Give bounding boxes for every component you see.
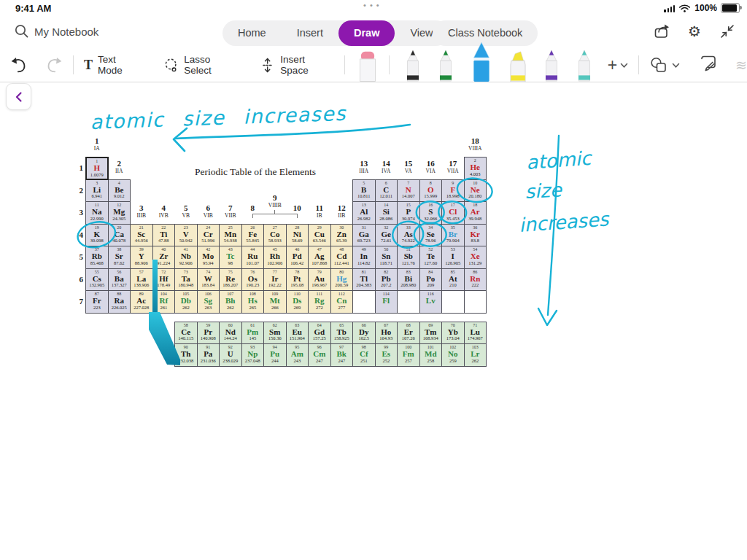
black-pen[interactable] bbox=[401, 48, 425, 82]
window-handle-dots[interactable]: • • • bbox=[363, 1, 380, 9]
tab-insert[interactable]: Insert bbox=[282, 20, 338, 46]
element-cell-C: 6C12.011 bbox=[375, 179, 398, 203]
element-cell-Ds: 110Ds269 bbox=[286, 290, 309, 314]
group-header-5: 5VB bbox=[174, 203, 198, 219]
element-cell-Al: 13Al26.982 bbox=[352, 201, 376, 225]
element-cell-H: 1H1.0079 bbox=[85, 157, 109, 180]
element-cell-Sc: 21Sc44.956 bbox=[130, 224, 153, 247]
element-cell-Am: 95Am243 bbox=[286, 343, 309, 367]
navigation-bar: My Notebook Home Insert Draw View Class … bbox=[0, 16, 747, 48]
draw-toolbar: T Text Mode Lasso Select Insert Space bbox=[0, 48, 747, 82]
clock: 9:41 AM bbox=[15, 3, 51, 14]
add-pen-button[interactable]: + bbox=[608, 57, 628, 74]
group-header-8: 8 bbox=[241, 203, 265, 212]
group-header-14: 14IVA bbox=[375, 159, 398, 174]
group-header-9: 9VIIIB bbox=[263, 193, 287, 209]
annotation-right-line1: atomic bbox=[525, 147, 593, 174]
annotation-vertical-arrowhead bbox=[538, 308, 557, 325]
element-cell-Ni: 28Ni58.69 bbox=[286, 224, 309, 247]
group-header-4: 4IVB bbox=[152, 203, 176, 219]
element-cell-Mo: 42Mo95.94 bbox=[197, 246, 220, 269]
element-cell-empty bbox=[352, 290, 376, 314]
tab-home[interactable]: Home bbox=[222, 20, 282, 46]
insert-space-button[interactable]: Insert Space bbox=[260, 54, 334, 76]
element-cell-Pa: 91Pa231.036 bbox=[197, 343, 220, 367]
element-cell-Ga: 31Ga69.723 bbox=[352, 224, 376, 247]
undo-button[interactable] bbox=[10, 57, 27, 74]
notebook-title[interactable]: My Notebook bbox=[34, 26, 98, 38]
element-cell-B: 5B10.811 bbox=[352, 179, 376, 203]
ink-to-text-icon[interactable] bbox=[699, 55, 718, 75]
share-icon[interactable] bbox=[652, 22, 671, 41]
element-cell-Er: 68Er167.26 bbox=[397, 322, 420, 345]
periodic-table-image[interactable]: Periodic Table of the Elements 1H1.00792… bbox=[85, 157, 488, 370]
period-label-2: 2 bbox=[72, 179, 83, 202]
redo-button[interactable] bbox=[46, 57, 63, 74]
pen-tools bbox=[401, 48, 596, 82]
ribbon-tabs: Home Insert Draw View bbox=[222, 20, 449, 46]
element-cell-Bk: 97Bk247 bbox=[330, 343, 354, 367]
element-cell-Fm: 100Fm257 bbox=[397, 343, 420, 367]
element-cell-Ru: 44Ru101.07 bbox=[241, 246, 265, 269]
element-cell-Th: 90Th232.038 bbox=[174, 343, 198, 367]
element-cell-Kr: 36Kr83.8 bbox=[464, 224, 487, 247]
element-cell-Re: 75Re186.207 bbox=[219, 268, 242, 292]
element-cell-Ag: 47Ag107.868 bbox=[308, 246, 331, 269]
green-pen[interactable] bbox=[434, 48, 457, 82]
element-cell-Es: 99Es252 bbox=[375, 343, 398, 367]
teal-pen[interactable] bbox=[573, 48, 596, 82]
annotation-top-text: atomic size increases bbox=[90, 102, 347, 133]
element-cell-Rb: 37Rb85.468 bbox=[85, 246, 109, 269]
element-cell-Br: 35Br79.904 bbox=[441, 224, 465, 247]
shapes-button[interactable] bbox=[649, 56, 680, 74]
collapse-ribbon-icon[interactable] bbox=[718, 22, 737, 41]
element-cell-Rn: 86Rn222 bbox=[464, 268, 487, 292]
element-cell-Ti: 22Ti47.88 bbox=[152, 224, 176, 247]
element-cell-Sn: 50Sn118.71 bbox=[375, 246, 398, 269]
tab-draw[interactable]: Draw bbox=[338, 20, 395, 46]
eraser-tool[interactable] bbox=[357, 48, 379, 82]
element-cell-Lu: 71Lu174.967 bbox=[464, 322, 487, 345]
element-cell-Mn: 25Mn54.938 bbox=[219, 224, 242, 247]
cellular-signal-icon bbox=[664, 4, 675, 12]
element-cell-Pt: 78Pt195.08 bbox=[286, 268, 309, 292]
chevron-down-icon bbox=[672, 63, 680, 69]
group-header-17: 17VIIA bbox=[441, 159, 465, 174]
text-mode-icon: T bbox=[84, 58, 93, 73]
element-cell-Ac: 89Ac227.028 bbox=[130, 290, 153, 314]
element-cell-Cn: 112Cn277 bbox=[330, 290, 354, 314]
element-cell-Eu: 63Eu151.964 bbox=[286, 322, 309, 345]
element-cell-Cl: 17Cl35.453 bbox=[441, 201, 465, 225]
element-cell-Lv: 116Lv bbox=[419, 290, 443, 314]
shapes-icon bbox=[649, 56, 669, 74]
element-cell-Ho: 67Ho164.93 bbox=[375, 322, 398, 345]
yellow-highlighter[interactable] bbox=[506, 48, 530, 82]
element-cell-Y: 39Y88.906 bbox=[130, 246, 153, 269]
blue-pen[interactable] bbox=[467, 48, 496, 82]
group-header-12: 12IIB bbox=[330, 203, 354, 219]
purple-pen[interactable] bbox=[540, 48, 563, 82]
element-cell-No: 102No259 bbox=[441, 343, 465, 367]
element-cell-Pb: 82Pb207.2 bbox=[375, 268, 398, 292]
element-cell-Si: 14Si28.086 bbox=[375, 201, 398, 225]
settings-gear-icon[interactable]: ⚙ bbox=[685, 22, 704, 41]
toolbar-divider bbox=[344, 55, 345, 74]
element-cell-V: 23V50.942 bbox=[174, 224, 198, 247]
annotation-vertical-arrow bbox=[548, 136, 559, 315]
element-cell-Cm: 96Cm247 bbox=[308, 343, 331, 367]
scribble-pen-icon[interactable]: ≋ bbox=[735, 57, 747, 73]
search-icon[interactable] bbox=[13, 23, 31, 40]
element-cell-Zr: 40Zr91.224 bbox=[152, 246, 176, 269]
element-cell-Bh: 107Bh262 bbox=[219, 290, 242, 314]
group-header-7: 7VIIB bbox=[219, 203, 242, 219]
element-cell-N: 7N14.007 bbox=[397, 179, 420, 203]
element-cell-Pu: 94Pu244 bbox=[263, 343, 287, 367]
element-cell-S: 16S32.066 bbox=[419, 201, 443, 225]
text-mode-button[interactable]: T Text Mode bbox=[84, 54, 142, 76]
element-cell-At: 85At210 bbox=[441, 268, 465, 292]
group-header-18: 18VIIIA bbox=[464, 136, 487, 152]
back-button[interactable] bbox=[6, 83, 31, 110]
lasso-select-button[interactable]: Lasso Select bbox=[163, 54, 239, 76]
chevron-left-icon bbox=[14, 91, 24, 103]
element-cell-Sm: 62Sm150.36 bbox=[263, 322, 287, 345]
